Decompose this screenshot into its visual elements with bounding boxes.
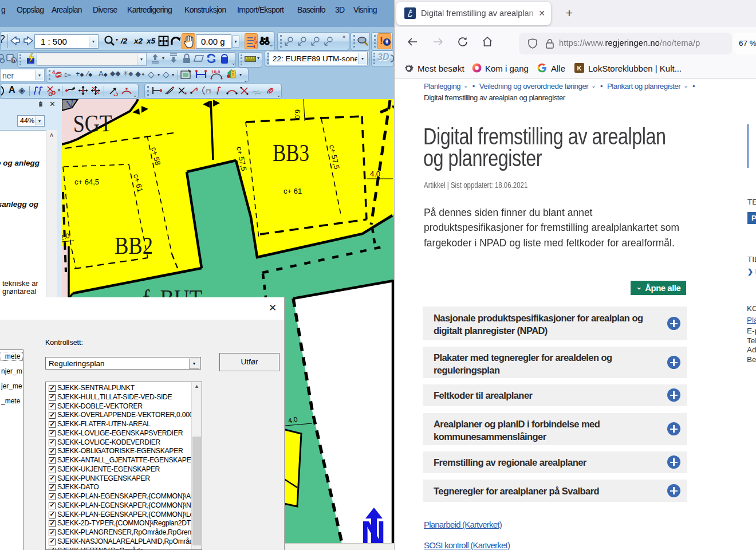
svg-text:c+ 61: c+ 61 xyxy=(284,187,302,195)
svg-text:a: a xyxy=(207,89,210,94)
svg-text:SGT: SGT xyxy=(73,110,112,137)
svg-text:4.0: 4.0 xyxy=(370,170,380,178)
svg-text:4: 4 xyxy=(52,69,55,75)
svg-text:6.0: 6.0 xyxy=(293,109,301,119)
svg-text:b: b xyxy=(12,58,15,64)
svg-text:BB3: BB3 xyxy=(273,140,309,166)
svg-text:1: 1 xyxy=(253,44,256,49)
svg-text:BB2: BB2 xyxy=(115,233,153,259)
svg-text:c+ 64,5: c+ 64,5 xyxy=(74,178,99,186)
svg-text:K: K xyxy=(577,65,582,72)
